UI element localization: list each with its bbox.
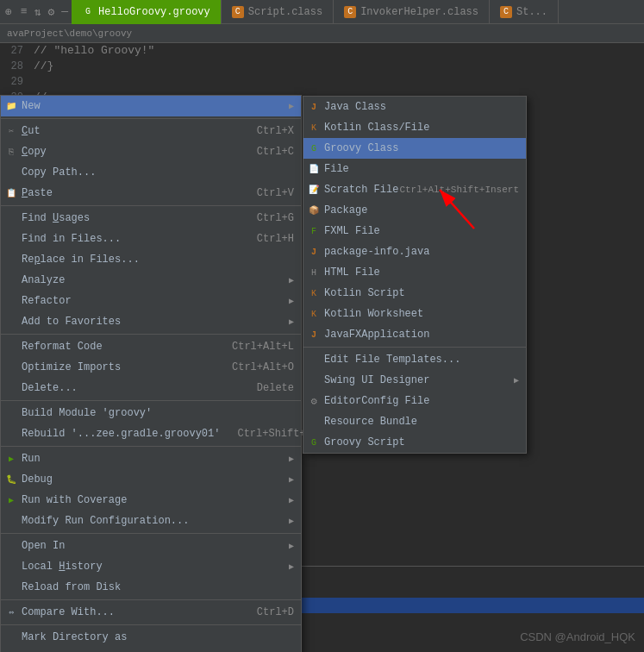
menu-item-paste[interactable]: 📋 Paste Ctrl+V [1,183,301,204]
menu-item-optimize-imports[interactable]: Optimize Imports Ctrl+Alt+O [1,357,301,378]
reformat-icon [4,340,18,354]
submenu-java-class[interactable]: J Java Class [303,97,526,117]
templates-icon [307,353,321,367]
menu-item-delete[interactable]: Delete... Delete [1,378,301,398]
tab-invoker-label: InvokerHelper.class [360,6,478,18]
submenu-package[interactable]: 📦 Package [303,200,526,221]
tab-hello-groovy-label: HelloGroovy.groovy [98,6,210,18]
submenu-javafx-app[interactable]: J JavaFXApplication [303,324,526,345]
submenu-label-groovy-class: Groovy Class [324,142,519,154]
menu-label-refactor: Refactor [22,295,285,307]
favorites-icon [4,315,18,329]
menu-item-copy-path[interactable]: Copy Path... [1,162,301,183]
submenu-new[interactable]: J Java Class K Kotlin Class/File G Groov… [303,96,527,454]
html-icon: H [307,266,321,279]
submenu-groovy-script[interactable]: G Groovy Script [303,432,526,453]
tab-hello-groovy[interactable]: G HelloGroovy.groovy [72,0,222,24]
menu-item-refactor[interactable]: Refactor ▶ [1,291,301,311]
menu-item-open-in[interactable]: Open In ▶ [1,536,301,556]
line-content-28: //} [30,59,53,74]
tab-script-class[interactable]: C Script.class [222,0,334,24]
menu-sep-6 [1,533,301,534]
breadcrumb-text: avaProject\demo\groovy [7,28,132,39]
copy-path-icon [4,166,18,179]
replace-icon [4,253,18,266]
submenu-label-scratch: Scratch File [324,184,399,196]
menu-shortcut-copy: Ctrl+C [257,146,294,158]
menu-label-new: New [22,100,285,112]
submenu-package-info[interactable]: J package-info.java [303,241,526,262]
watermark-text: CSDN @Android_HQK [520,630,635,643]
submenu-html-file[interactable]: H HTML File [303,262,526,283]
menu-item-debug[interactable]: 🐛 Debug ▶ [1,469,301,490]
context-menu[interactable]: 📁 New ▶ J Java Class K Kotlin Class/File… [0,95,302,652]
st-file-icon: C [500,6,512,18]
optimize-icon [4,360,18,374]
menu-item-add-favorites[interactable]: Add to Favorites ▶ [1,311,301,332]
submenu-file[interactable]: 📄 File [303,159,526,179]
menu-item-modify-run[interactable]: Modify Run Configuration... ▶ [1,511,301,531]
menu-label-analyze: Analyze [22,274,285,286]
submenu-kotlin-worksheet[interactable]: K Kotlin Worksheet [303,304,526,324]
refactor-arrow-icon: ▶ [289,296,294,306]
menu-shortcut-find-in-files: Ctrl+H [257,233,294,245]
list-icon: ≡ [17,5,31,18]
submenu-label-editorconfig: EditorConfig File [324,395,519,407]
cut-icon: ✂ [4,124,18,138]
submenu-kotlin-script[interactable]: K Kotlin Script [303,283,526,304]
package-icon: 📦 [307,204,321,217]
menu-item-run[interactable]: ▶ Run ▶ [1,448,301,469]
find-files-icon [4,232,18,246]
menu-item-run-coverage[interactable]: ▶ Run with Coverage ▶ [1,490,301,511]
menu-item-new[interactable]: 📁 New ▶ J Java Class K Kotlin Class/File… [1,96,301,116]
menu-item-reformat[interactable]: Reformat Code Ctrl+Alt+L [1,336,301,357]
menu-item-local-history[interactable]: Local History ▶ [1,556,301,577]
modify-run-icon [4,514,18,528]
submenu-edit-templates[interactable]: Edit File Templates... [303,349,526,370]
menu-item-replace-in-files[interactable]: Replace in Files... [1,249,301,270]
menu-label-copy: Copy [22,146,240,158]
menu-item-remove-bom[interactable]: Remove BOM [1,648,301,652]
tab-st[interactable]: C St... [490,0,559,24]
menu-item-build-module[interactable]: Build Module 'groovy' [1,403,301,423]
menu-item-copy[interactable]: ⎘ Copy Ctrl+C [1,141,301,162]
code-line-29: 29 [0,74,644,90]
menu-item-mark-directory[interactable]: Mark Directory as [1,627,301,648]
menu-label-paste: Paste [22,187,240,199]
line-content-27: // "hello Groovy!" [30,43,154,59]
menu-shortcut-optimize: Ctrl+Alt+O [232,361,294,373]
debug-icon: 🐛 [4,473,18,486]
submenu-kotlin-class[interactable]: K Kotlin Class/File [303,117,526,138]
submenu-editorconfig[interactable]: ⚙ EditorConfig File [303,391,526,411]
submenu-swing-designer[interactable]: Swing UI Designer ▶ [303,370,526,391]
groovy-script-icon: G [307,436,321,449]
submenu-groovy-class[interactable]: G Groovy Class [303,138,526,159]
tab-invoker-helper[interactable]: C InvokerHelper.class [334,0,490,24]
menu-shortcut-reformat: Ctrl+Alt+L [232,341,294,353]
new-icon: 📁 [4,99,18,113]
submenu-label-kotlin-class: Kotlin Class/File [324,122,519,134]
menu-sep-5 [1,446,301,447]
kotlin-ws-icon: K [307,307,321,321]
menu-shortcut-find-usages: Ctrl+G [257,212,294,224]
watermark: CSDN @Android_HQK [520,630,635,643]
analyze-arrow-icon: ▶ [289,275,294,285]
submenu-label-kotlin-script: Kotlin Script [324,287,519,299]
menu-label-compare: Compare With... [22,606,240,618]
menu-item-find-in-files[interactable]: Find in Files... Ctrl+H [1,229,301,249]
menu-item-compare[interactable]: ⇔ Compare With... Ctrl+D [1,602,301,623]
menu-item-cut[interactable]: ✂ Cut Ctrl+X [1,121,301,141]
submenu-scratch-file[interactable]: 📝 Scratch File Ctrl+Alt+Shift+Insert [303,179,526,200]
menu-item-rebuild[interactable]: Rebuild '...zee.gradle.groovy01' Ctrl+Sh… [1,423,301,444]
menu-label-open-in: Open In [22,540,285,552]
menu-item-reload[interactable]: Reload from Disk [1,577,301,598]
copy-icon: ⎘ [4,145,18,159]
menu-item-analyze[interactable]: Analyze ▶ [1,270,301,291]
swing-arrow-icon: ▶ [514,375,519,386]
debug-arrow-icon: ▶ [289,474,294,485]
submenu-label-pkg-info: package-info.java [324,246,519,258]
menu-label-run: Run [22,453,285,465]
submenu-resource-bundle[interactable]: Resource Bundle [303,411,526,432]
menu-item-find-usages[interactable]: Find Usages Ctrl+G [1,208,301,229]
submenu-fxml-file[interactable]: F FXML File [303,221,526,241]
